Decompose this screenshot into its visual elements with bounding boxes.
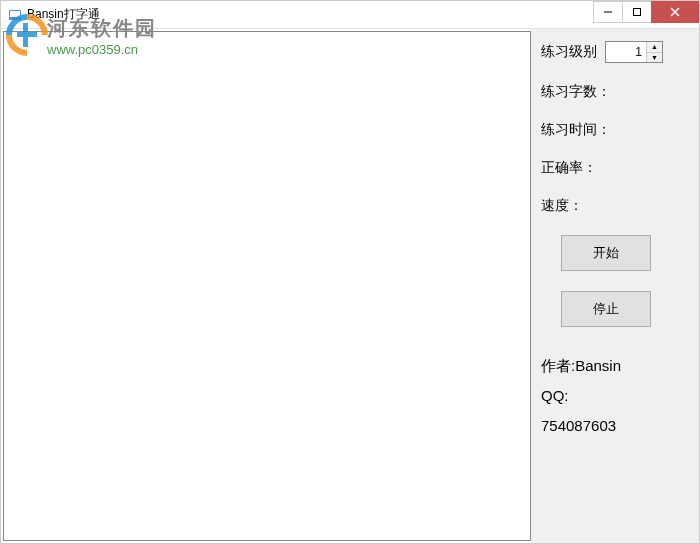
side-panel: 练习级别 ▲ ▼ 练习字数： 练习时间： 正确率： 速度： 开始 停止 作者:B… xyxy=(531,29,699,543)
qq-label: QQ: xyxy=(541,381,689,411)
level-input[interactable] xyxy=(606,42,646,62)
typing-area[interactable] xyxy=(3,31,531,541)
watermark-logo xyxy=(5,13,49,57)
watermark-text: 河东软件园 www.pc0359.cn xyxy=(47,15,157,57)
stop-button[interactable]: 停止 xyxy=(561,291,651,327)
svg-rect-7 xyxy=(17,32,37,37)
svg-rect-3 xyxy=(634,9,641,16)
accuracy-label: 正确率： xyxy=(541,159,689,177)
level-label: 练习级别 xyxy=(541,43,597,61)
qq-value: 754087603 xyxy=(541,411,689,441)
start-button[interactable]: 开始 xyxy=(561,235,651,271)
author-info: 作者:Bansin QQ: 754087603 xyxy=(541,351,689,441)
minimize-button[interactable] xyxy=(593,1,623,23)
level-down-button[interactable]: ▼ xyxy=(647,53,662,63)
level-stepper[interactable]: ▲ ▼ xyxy=(605,41,663,63)
close-button[interactable] xyxy=(651,1,699,23)
level-up-button[interactable]: ▲ xyxy=(647,42,662,53)
watermark-url: www.pc0359.cn xyxy=(47,42,157,57)
watermark-title: 河东软件园 xyxy=(47,15,157,42)
speed-label: 速度： xyxy=(541,197,689,215)
time-label: 练习时间： xyxy=(541,121,689,139)
char-count-label: 练习字数： xyxy=(541,83,689,101)
window-controls xyxy=(593,1,699,23)
level-spinner: ▲ ▼ xyxy=(646,42,662,62)
author-label: 作者:Bansin xyxy=(541,351,689,381)
level-row: 练习级别 ▲ ▼ xyxy=(541,41,689,63)
content-area: 练习级别 ▲ ▼ 练习字数： 练习时间： 正确率： 速度： 开始 停止 作者:B… xyxy=(1,29,699,543)
maximize-button[interactable] xyxy=(622,1,652,23)
